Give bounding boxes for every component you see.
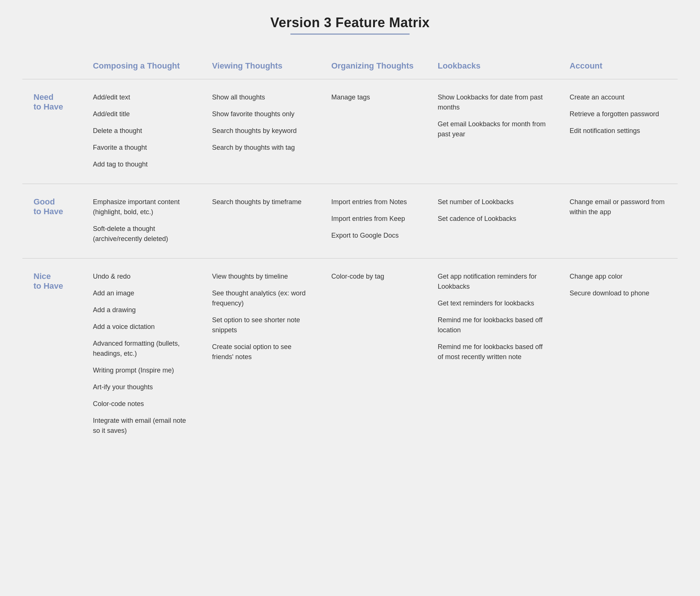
feature-item: Change app color [570,272,666,282]
row-label-need-to-have: Needto Have [22,79,82,184]
feature-item: Export to Google Docs [331,231,416,241]
cell-need-to-have-viewing: Show all thoughtsShow favorite thoughts … [201,79,320,184]
cell-nice-to-have-account: Change app colorSecure download to phone [559,258,678,450]
row-label-good-to-have: Goodto Have [22,184,82,258]
feature-item: Get email Lookbacks for month from past … [438,119,547,139]
cell-good-to-have-account: Change email or password from within the… [559,184,678,258]
cell-need-to-have-organizing: Manage tags [320,79,427,184]
feature-item: Add a drawing [93,305,190,315]
feature-item: View thoughts by timeline [212,272,309,282]
feature-item: Manage tags [331,92,416,102]
feature-item: Search thoughts by timeframe [212,197,309,207]
cell-nice-to-have-lookbacks: Get app notification reminders for Lookb… [426,258,558,450]
section-row-need-to-have: Needto HaveAdd/edit textAdd/edit titleDe… [22,79,678,184]
feature-item: Change email or password from within the… [570,197,666,217]
col-header-composing: Composing a Thought [82,53,201,79]
page: Version 3 Feature Matrix Composing a Tho… [0,0,700,465]
feature-item: Soft-delete a thought (archive/recently … [93,224,190,244]
feature-item: See thought analytics (ex: word frequenc… [212,288,309,308]
feature-item: Writing prompt (Inspire me) [93,365,190,375]
cell-good-to-have-organizing: Import entries from NotesImport entries … [320,184,427,258]
feature-item: Get text reminders for lookbacks [438,298,547,308]
feature-item: Show Lookbacks for date from past months [438,92,547,112]
cell-nice-to-have-composing: Undo & redoAdd an imageAdd a drawingAdd … [82,258,201,450]
feature-item: Add tag to thought [93,159,190,169]
section-row-good-to-have: Goodto HaveEmphasize important content (… [22,184,678,258]
feature-item: Remind me for lookbacks based off of mos… [438,342,547,362]
page-title: Version 3 Feature Matrix [22,15,678,31]
feature-item: Remind me for lookbacks based off locati… [438,315,547,335]
feature-item: Undo & redo [93,272,190,282]
feature-item: Create social option to see friends' not… [212,342,309,362]
feature-item: Integrate with email (email note so it s… [93,416,190,436]
feature-item: Color-code by tag [331,272,416,282]
feature-item: Add/edit title [93,109,190,119]
feature-item: Set number of Lookbacks [438,197,547,207]
feature-item: Add an image [93,288,190,298]
feature-item: Search by thoughts with tag [212,143,309,153]
feature-item: Show favorite thoughts only [212,109,309,119]
feature-item: Set cadence of Lookbacks [438,214,547,224]
feature-item: Create an account [570,92,666,102]
header-row: Composing a Thought Viewing Thoughts Org… [22,53,678,79]
col-header-account: Account [559,53,678,79]
col-header-viewing: Viewing Thoughts [201,53,320,79]
feature-item: Color-code notes [93,399,190,409]
cell-nice-to-have-organizing: Color-code by tag [320,258,427,450]
cell-good-to-have-composing: Emphasize important content (highlight, … [82,184,201,258]
feature-item: Emphasize important content (highlight, … [93,197,190,217]
cell-need-to-have-lookbacks: Show Lookbacks for date from past months… [426,79,558,184]
cell-good-to-have-lookbacks: Set number of LookbacksSet cadence of Lo… [426,184,558,258]
col-header-organizing: Organizing Thoughts [320,53,427,79]
cell-good-to-have-viewing: Search thoughts by timeframe [201,184,320,258]
feature-item: Art-ify your thoughts [93,382,190,392]
matrix-table: Composing a Thought Viewing Thoughts Org… [22,53,678,450]
feature-item: Retrieve a forgotten password [570,109,666,119]
title-section: Version 3 Feature Matrix [22,15,678,35]
title-underline [290,34,410,35]
row-label-nice-to-have: Niceto Have [22,258,82,450]
feature-item: Delete a thought [93,126,190,136]
feature-item: Edit notification settings [570,126,666,136]
feature-item: Import entries from Keep [331,214,416,224]
feature-item: Import entries from Notes [331,197,416,207]
cell-nice-to-have-viewing: View thoughts by timelineSee thought ana… [201,258,320,450]
feature-item: Add a voice dictation [93,322,190,332]
feature-item: Secure download to phone [570,288,666,298]
cell-need-to-have-composing: Add/edit textAdd/edit titleDelete a thou… [82,79,201,184]
col-header-lookbacks: Lookbacks [426,53,558,79]
feature-item: Add/edit text [93,92,190,102]
feature-item: Get app notification reminders for Lookb… [438,272,547,292]
feature-item: Advanced formatting (bullets, headings, … [93,339,190,359]
feature-item: Favorite a thought [93,143,190,153]
cell-need-to-have-account: Create an accountRetrieve a forgotten pa… [559,79,678,184]
feature-item: Set option to see shorter note snippets [212,315,309,335]
feature-item: Search thoughts by keyword [212,126,309,136]
empty-header-cell [22,53,82,79]
feature-item: Show all thoughts [212,92,309,102]
section-row-nice-to-have: Niceto HaveUndo & redoAdd an imageAdd a … [22,258,678,450]
